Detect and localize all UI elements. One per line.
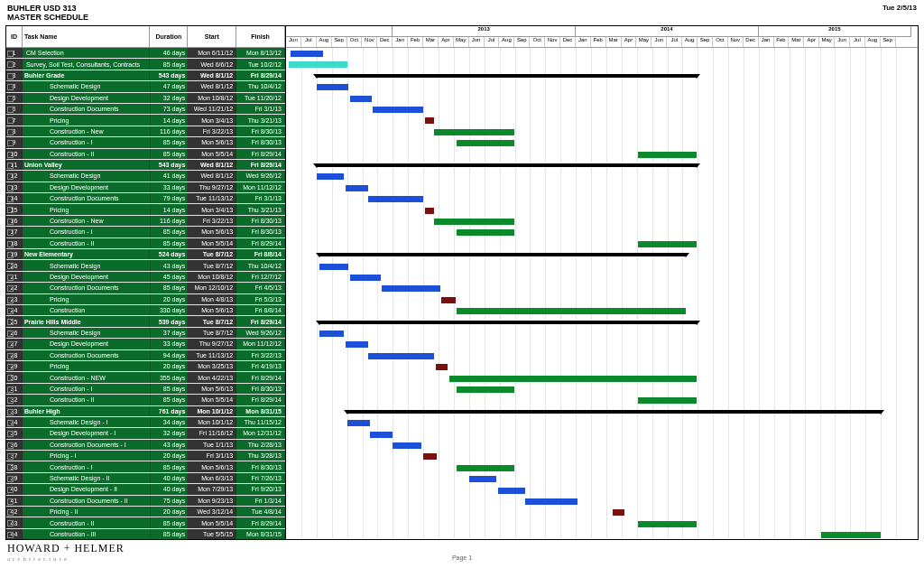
gantt-bar: [498, 488, 525, 494]
cell-id: 25: [6, 316, 23, 326]
month-label: Sep: [881, 37, 896, 48]
table-row: 41Construction Documents - II75 daysMon …: [6, 496, 285, 507]
gantt-bar: [382, 285, 439, 292]
gantt-bar: [317, 74, 697, 78]
table-row: 6Construction Documents73 daysWed 11/21/…: [6, 104, 285, 115]
month-label: Oct: [713, 37, 728, 48]
cell-name: Pricing - I: [23, 451, 151, 461]
cell-name: Design Development - I: [23, 428, 151, 438]
cell-id: 18: [6, 238, 23, 248]
cell-id: 22: [6, 283, 23, 293]
cell-duration: 20 days: [151, 451, 189, 461]
cell-name: Schematic Design: [23, 328, 151, 338]
task-table: ID Task Name Duration Start Finish 1CM S…: [6, 26, 286, 539]
cell-duration: 79 days: [151, 193, 189, 203]
doc-title-1: BUHLER USD 313: [7, 4, 917, 13]
cell-start: Fri 3/22/13: [188, 216, 236, 226]
gantt-bar: [425, 208, 434, 214]
table-row: 32Construction - II85 daysMon 5/5/14Fri …: [6, 395, 285, 405]
cell-name: Construction - I: [23, 461, 151, 471]
cell-id: 1: [6, 48, 23, 58]
month-label: Apr: [439, 37, 454, 48]
table-row: 18Construction - II85 daysMon 5/5/14Fri …: [6, 238, 285, 249]
cell-id: 38: [6, 461, 23, 471]
table-row: 25Prairie Hills Middle539 daysTue 8/7/12…: [6, 316, 285, 327]
cell-name: Survey, Soil Test, Consultants, Contract…: [23, 59, 151, 69]
cell-start: Tue 1/1/13: [188, 440, 236, 450]
cell-finish: Thu 3/28/13: [236, 451, 285, 461]
month-label: Oct: [347, 37, 363, 48]
cell-finish: Fri 8/29/14: [236, 70, 285, 80]
year-label: 2013: [393, 26, 576, 37]
cell-finish: Thu 2/28/13: [236, 440, 285, 450]
cell-start: Wed 3/12/14: [188, 507, 236, 517]
month-label: Mar: [789, 37, 804, 48]
cell-finish: Thu 3/21/13: [236, 204, 285, 214]
gantt-bar: [449, 376, 697, 382]
cell-duration: 40 days: [151, 484, 189, 494]
cell-start: Mon 3/4/13: [188, 204, 236, 214]
gantt-bar: [368, 353, 434, 359]
table-row: 44Construction - III85 daysTue 5/5/15Mon…: [6, 529, 285, 539]
cell-name: Design Development - II: [23, 484, 151, 494]
cell-duration: 116 days: [151, 216, 189, 226]
cell-start: Wed 8/1/12: [188, 171, 236, 181]
table-row: 37Pricing - I20 daysFri 3/1/13Thu 3/28/1…: [6, 451, 285, 461]
cell-name: Construction - II: [23, 149, 151, 159]
cell-finish: Mon 8/13/12: [236, 48, 285, 58]
cell-name: Buhler High: [23, 406, 151, 416]
cell-id: 39: [6, 473, 23, 483]
cell-finish: Fri 8/29/14: [236, 149, 285, 159]
cell-duration: 32 days: [151, 428, 189, 438]
cell-start: Mon 9/23/13: [188, 496, 236, 506]
cell-duration: 85 days: [150, 59, 188, 69]
cell-id: 35: [6, 428, 23, 438]
month-label: Dec: [744, 37, 759, 48]
cell-id: 7: [6, 115, 23, 125]
cell-start: Mon 10/1/12: [188, 406, 236, 416]
cell-id: 8: [6, 126, 23, 136]
table-row: 15Pricing14 daysMon 3/4/13Thu 3/21/13: [6, 204, 285, 215]
gantt-bar: [289, 61, 346, 68]
cell-start: Mon 5/5/14: [188, 395, 236, 405]
table-row: 10Construction - II85 daysMon 5/5/14Fri …: [6, 149, 285, 160]
cell-id: 26: [6, 328, 23, 338]
cell-finish: Fri 8/8/14: [236, 305, 285, 315]
cell-start: Mon 6/3/13: [188, 473, 236, 483]
cell-duration: 33 days: [151, 182, 189, 192]
cell-finish: Fri 8/30/13: [236, 137, 285, 147]
cell-duration: 20 days: [151, 294, 189, 304]
year-label: 2014: [576, 26, 759, 37]
gantt-bar: [393, 442, 421, 449]
year-label: [286, 26, 393, 37]
month-label: Dec: [560, 37, 576, 48]
table-body: 1CM Selection46 daysMon 6/11/12Mon 8/13/…: [6, 48, 285, 539]
cell-finish: Fri 9/20/13: [236, 484, 285, 494]
cell-name: Design Development: [23, 182, 151, 192]
cell-name: Schematic Design: [23, 260, 151, 270]
cell-duration: 34 days: [151, 417, 189, 427]
cell-finish: Fri 8/30/13: [236, 216, 285, 226]
cell-start: Tue 8/7/12: [188, 249, 236, 259]
cell-name: Buhler Grade: [23, 70, 151, 80]
cell-start: Tue 8/7/12: [188, 328, 236, 338]
gantt-bar: [350, 96, 372, 102]
month-label: Jul: [850, 37, 865, 48]
cell-name: Construction - New: [23, 126, 151, 136]
month-label: Aug: [682, 37, 698, 48]
cell-name: Construction Documents - II: [23, 496, 151, 506]
cell-finish: Fri 4/5/13: [236, 283, 285, 293]
cell-finish: Fri 7/26/13: [236, 473, 285, 483]
cell-duration: 355 days: [151, 372, 189, 382]
cell-duration: 761 days: [150, 406, 188, 416]
cell-start: Wed 6/6/12: [188, 59, 236, 69]
cell-name: Construction - New: [23, 216, 151, 226]
table-row: 24Construction330 daysMon 5/6/13Fri 8/8/…: [6, 305, 285, 316]
month-label: Aug: [317, 37, 332, 48]
col-id: ID: [6, 26, 23, 47]
gantt-bar: [638, 397, 696, 404]
cell-start: Tue 11/13/12: [188, 193, 236, 203]
cell-id: 30: [6, 372, 23, 382]
table-row: 19New Elementary524 daysTue 8/7/12Fri 8/…: [6, 249, 285, 260]
cell-id: 29: [6, 361, 23, 371]
